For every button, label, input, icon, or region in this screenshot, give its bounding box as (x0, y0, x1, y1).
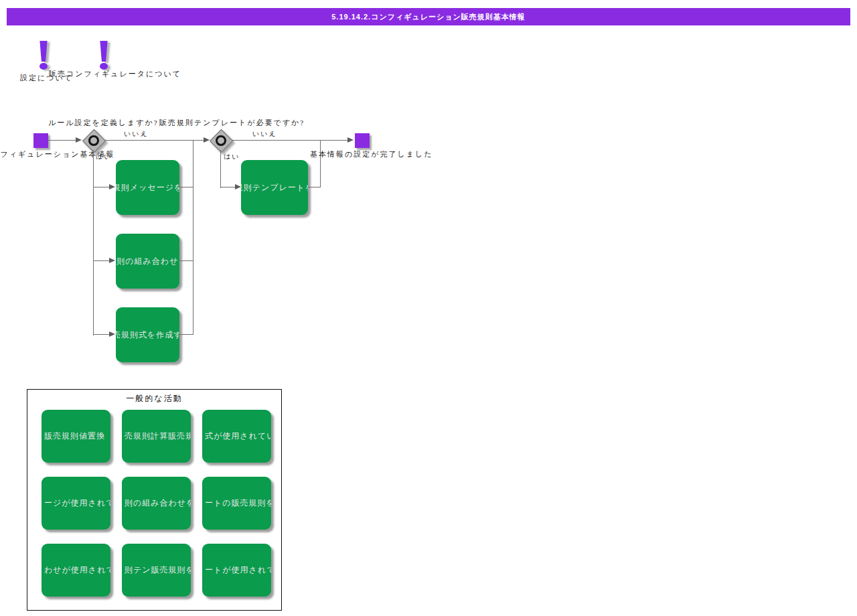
page-title: 5.19.14.2.コンフィギュレーション販売規則基本情報 (7, 8, 850, 25)
arrow-head (109, 258, 115, 263)
decision-diamond-rule-setup (83, 130, 104, 151)
connector-line (220, 150, 221, 188)
arrow-head (109, 331, 115, 337)
connector-line (94, 334, 110, 335)
flow-end-label: 基本情報の設定が完了しました (310, 150, 433, 159)
connector-line (94, 260, 110, 261)
general-activities-panel: 一般的な活動 販売規則値置換 売規則計算販売規則の値 式が使用されている場所 ー… (27, 389, 282, 611)
decision-diamond-template-needed (210, 130, 232, 151)
exclamation-icon (38, 41, 49, 72)
exclamation-bar (99, 41, 108, 62)
connector-line (232, 140, 348, 141)
note-label-configurator: 販売コンフィギュレータについて (49, 70, 181, 78)
decision2-question: 販売規則テンプレートが必要ですか? (159, 119, 305, 127)
general-activity-item[interactable]: 則テン販売規則を表示 (122, 544, 191, 597)
arrow-head (204, 137, 210, 143)
exclamation-icon (98, 41, 109, 72)
connector-line (48, 140, 78, 141)
flow-end-node (355, 133, 370, 148)
flow-start-node (33, 133, 48, 148)
decision2-no-label: いいえ (252, 129, 277, 138)
arrow-head (235, 184, 241, 189)
decision1-no-label: いいえ (124, 129, 149, 138)
connector-line (193, 141, 193, 335)
connector-line (179, 187, 193, 187)
decision1-question: ルール設定を定義しますか? (48, 119, 159, 127)
exclamation-dot (100, 63, 108, 70)
general-activity-item[interactable]: ートが使用されている (202, 544, 271, 597)
diamond-ring-icon (88, 135, 99, 146)
general-activity-item[interactable]: ージが使用されてい販売 (42, 477, 110, 530)
connector-line (308, 187, 321, 187)
decision1-yes-label: はい (96, 152, 112, 161)
general-activity-item[interactable]: 式が使用されている場所 (202, 410, 271, 463)
connector-line (179, 334, 193, 335)
general-activity-item[interactable]: 則の組み合わせを表示 (122, 477, 191, 530)
connector-line (221, 187, 236, 187)
arrow-head (76, 137, 82, 143)
general-activity-item[interactable]: わせが使用されて販売 (42, 544, 110, 597)
activity-create-rule-message[interactable]: 販売規則メッセージを作成 (116, 160, 179, 215)
general-activity-item[interactable]: 売規則計算販売規則の値 (122, 410, 191, 463)
connector-line (105, 140, 204, 141)
activity-create-rule-combination[interactable]: 販売規則の組み合わせを作成 (116, 234, 179, 289)
general-activity-item[interactable]: ートの販売規則を表示 (202, 477, 271, 530)
activity-create-rule-expression[interactable]: 販売規則式を作成する (116, 307, 179, 362)
general-activities-title: 一般的な活動 (27, 393, 281, 404)
arrow-head (109, 184, 115, 189)
exclamation-bar (39, 41, 48, 62)
exclamation-dot (40, 63, 48, 70)
general-activity-item[interactable]: 販売規則値置換 (42, 410, 110, 463)
diamond-ring-icon (216, 135, 226, 146)
arrow-head (347, 137, 354, 143)
connector-line (93, 150, 94, 335)
decision2-yes-label: はい (224, 152, 240, 161)
activity-create-rule-template[interactable]: 販売規則テンプレートを作成 (241, 160, 308, 215)
connector-line (179, 260, 193, 261)
connector-line (94, 187, 110, 187)
connector-line (320, 141, 321, 187)
